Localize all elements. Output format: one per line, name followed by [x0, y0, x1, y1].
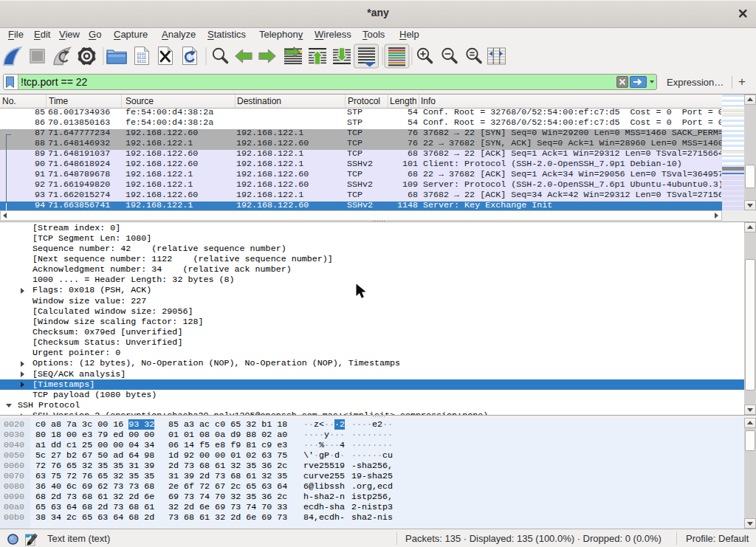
svg-text:0111: 0111 — [137, 60, 146, 64]
